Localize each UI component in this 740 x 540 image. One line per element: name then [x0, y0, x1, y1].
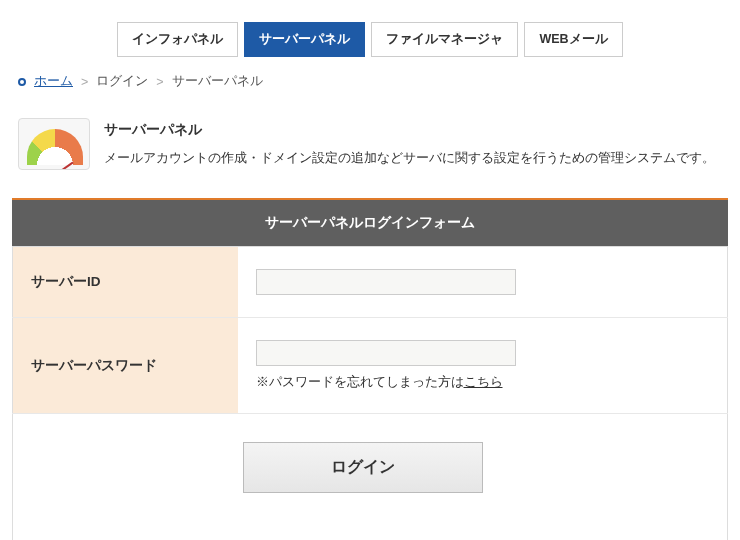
tab-webmail[interactable]: WEBメール	[524, 22, 622, 57]
server-panel-icon	[18, 118, 90, 170]
tab-file-manager[interactable]: ファイルマネージャ	[371, 22, 518, 57]
breadcrumb: ホーム > ログイン > サーバーパネル	[0, 67, 740, 104]
tab-server-panel[interactable]: サーバーパネル	[244, 22, 365, 57]
breadcrumb-home-link[interactable]: ホーム	[34, 73, 73, 90]
intro-description: メールアカウントの作成・ドメイン設定の追加などサーバに関する設定を行うための管理…	[104, 146, 715, 169]
server-id-input[interactable]	[256, 269, 516, 295]
server-password-input[interactable]	[256, 340, 516, 366]
forgot-password-note: ※パスワードを忘れてしまった方はこちら	[256, 374, 710, 391]
server-id-label: サーバーID	[13, 247, 238, 318]
tab-info-panel[interactable]: インフォパネル	[117, 22, 238, 57]
forgot-password-prefix: ※パスワードを忘れてしまった方は	[256, 375, 464, 389]
breadcrumb-sep-icon: >	[81, 75, 88, 89]
intro-section: サーバーパネル メールアカウントの作成・ドメイン設定の追加などサーバに関する設定…	[0, 104, 740, 198]
panel-tabs: インフォパネル サーバーパネル ファイルマネージャ WEBメール	[0, 0, 740, 67]
breadcrumb-login: ログイン	[96, 73, 148, 90]
forgot-password-link[interactable]: こちら	[464, 375, 503, 389]
server-password-label: サーバーパスワード	[13, 318, 238, 414]
breadcrumb-sep-icon: >	[156, 75, 163, 89]
breadcrumb-current: サーバーパネル	[172, 73, 263, 90]
login-button[interactable]: ログイン	[243, 442, 483, 493]
breadcrumb-bullet-icon	[18, 78, 26, 86]
intro-title: サーバーパネル	[104, 118, 715, 142]
login-form-header: サーバーパネルログインフォーム	[12, 198, 728, 246]
login-form: サーバーID サーバーパスワード ※パスワードを忘れてしまった方はこちら ログイ…	[12, 246, 728, 540]
